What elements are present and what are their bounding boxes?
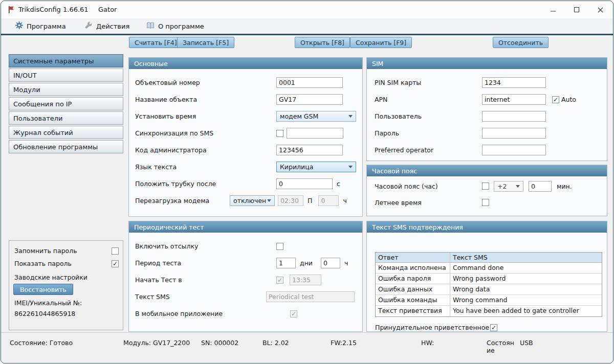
object-number-input[interactable] [276,77,343,88]
sidebar-item-firmware-update[interactable]: Обновление программы [9,140,123,153]
forced-greeting-checkbox[interactable] [490,324,497,331]
test-period-hours-input[interactable] [321,258,340,268]
sidebar-item-users[interactable]: Пользователи [9,111,123,125]
status-usb-label: Состояние [487,339,516,354]
table-row[interactable]: Ошибка данных Wrong data [376,284,602,295]
password-panel: Запомнить пароль Показать пароль Заводск… [9,240,123,330]
sms-sync-checkbox[interactable] [276,130,283,137]
sms-sync-input[interactable] [287,128,343,139]
sms-sync-label: Синхронизация по SMS [135,129,276,137]
modem-restart-time-input[interactable] [278,195,303,206]
row-answer: Ошибка пароля [376,274,450,284]
menu-program[interactable]: Программа [12,18,69,34]
table-row[interactable]: Ошибка команды Wrong command [376,295,602,306]
preferred-operator-input[interactable] [482,145,546,155]
timezone-minutes-input[interactable] [529,181,552,192]
group-timezone: Часовой пояс Часовой пояс (час) +2 мин. … [366,165,607,216]
app-title: TrikdisConfig 1.66.61 [18,1,89,18]
hang-up-input[interactable] [276,178,333,189]
sim-user-input[interactable] [482,111,546,122]
close-button[interactable] [595,4,606,15]
sms-table-header-text: Текст SMS [450,253,602,262]
statusbar: Состояние: Готово Модуль: GV17_2200 SN: … [1,332,613,363]
group-sim: SIM PIN SIM карты APN Auto Пользователь … [366,57,607,161]
test-period-days-input[interactable] [276,258,296,268]
row-text[interactable]: Wrong data [450,284,602,294]
row-answer: Текст приветствия [376,306,450,316]
status-module: Модуль: GV17_2200 [123,339,190,347]
minimize-button[interactable] [547,4,559,15]
open-button[interactable]: Открыть [F8] [295,37,350,48]
show-password-checkbox[interactable] [112,260,119,267]
group-basic-header: Основные [129,58,362,69]
disconnect-button[interactable]: Отсоединить [493,37,549,48]
table-row[interactable]: Ошибка пароля Wrong password [376,274,602,284]
menu-about-label: О программе [158,22,204,30]
group-basic: Основные Объектовый номер Название объек… [128,57,363,217]
admin-code-input[interactable] [276,145,343,155]
chevron-down-icon [348,115,353,118]
timezone-offset-dropdown[interactable]: +2 [494,181,523,192]
forced-greeting-label: Принудительное приветственное [375,324,490,331]
write-button[interactable]: Записать [F5] [177,37,234,48]
row-text[interactable]: Wrong command [450,295,602,305]
group-sms-confirm-header: Текст SMS подтверждения [367,221,607,233]
sim-pin-input[interactable] [482,77,546,88]
hang-up-label: Положить трубку после [135,180,276,188]
sms-table-header: Ответ Текст SMS [376,253,602,263]
set-time-dropdown[interactable]: модем GSM [276,111,356,122]
table-row[interactable]: Команда исполнена Command done [376,263,602,274]
sim-password-input[interactable] [482,128,546,139]
sidebar-item-modules[interactable]: Модули [9,83,123,96]
sim-user-label: Пользователь [375,112,482,120]
read-button[interactable]: Считать [F4] [129,37,183,48]
remember-password-checkbox[interactable] [112,247,119,255]
test-start-checkbox[interactable] [276,277,283,284]
test-enable-checkbox[interactable] [276,243,283,250]
chevron-down-icon [516,185,520,188]
sidebar-item-in-out[interactable]: IN/OUT [9,69,123,82]
timezone-minutes-unit: мин. [557,183,572,190]
apn-auto-checkbox[interactable] [552,96,559,103]
status-usb-value: USB [520,339,533,347]
app-icon [7,6,15,16]
restore-button[interactable]: Восстановить [13,284,73,295]
status-state: Состояние: Готово [10,339,73,347]
set-time-value: модем GSM [280,112,318,120]
test-start-label: Начать Тест в [135,276,276,284]
sidebar-item-system-params[interactable]: Системные параметры [9,54,123,67]
object-name-input[interactable] [276,94,343,105]
timezone-checkbox[interactable] [482,183,489,190]
status-fw: FW:2.15 [331,339,357,347]
row-text[interactable]: You have been added to gate controller [450,306,602,316]
sidebar-item-event-log[interactable]: Журнал событий [9,126,123,139]
menu-actions-label: Действия [96,22,129,30]
menu-actions[interactable]: Действия [82,18,133,34]
modem-restart-dropdown[interactable]: отключен [230,195,275,206]
menu-about[interactable]: О программе [143,18,207,34]
dst-checkbox[interactable] [482,199,489,206]
group-sms-confirm: Текст SMS подтверждения Ответ Текст SMS … [366,221,607,332]
to-mobile-app-checkbox[interactable] [290,310,297,317]
save-button[interactable]: Сохранить [F9] [350,37,412,48]
document-name: Gator [98,1,117,18]
text-language-dropdown[interactable]: Кирилица [276,162,356,172]
modem-restart-unit: ч [343,197,346,204]
table-row[interactable]: Текст приветствия You have been added to… [376,306,602,316]
apn-input[interactable] [482,94,546,105]
row-text[interactable]: Command done [450,263,602,273]
maximize-button[interactable] [571,4,582,15]
row-text[interactable]: Wrong password [450,274,602,284]
gear-icon [15,21,23,31]
modem-restart-p-label: П [308,197,312,204]
test-period-hours-unit: ч [344,259,348,267]
modem-restart-hours-input[interactable] [318,195,339,206]
test-enable-label: Включить отсылку [135,242,276,250]
test-start-time-input[interactable] [290,275,321,285]
sms-table-header-answer: Ответ [376,253,450,262]
apn-label: APN [375,96,482,103]
object-name-label: Название объекта [135,96,276,103]
test-sms-text-input[interactable] [266,291,355,302]
sidebar-item-ip-messages[interactable]: Сообщения по IP [9,97,123,110]
show-password-label: Показать пароль [14,260,72,267]
